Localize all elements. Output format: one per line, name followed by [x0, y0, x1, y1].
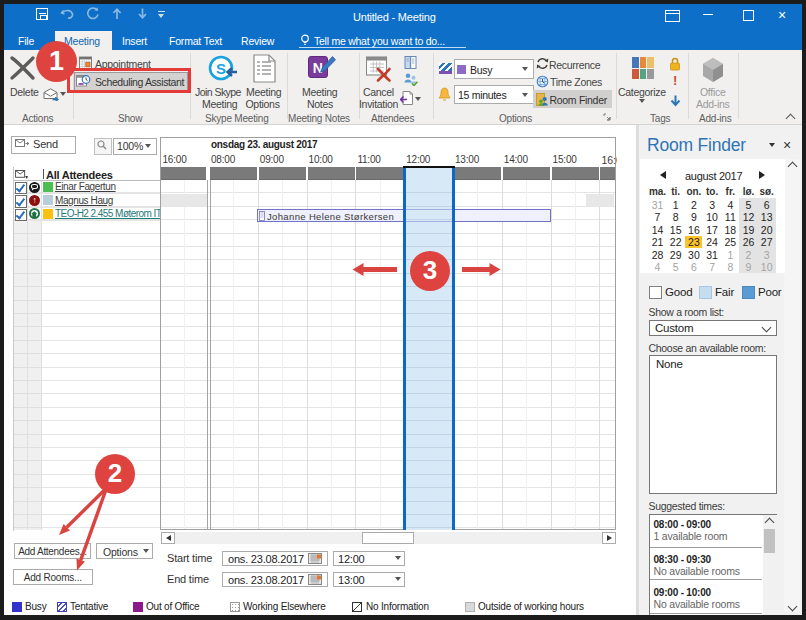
svg-text:S: S	[216, 60, 226, 77]
svg-text:N: N	[313, 60, 323, 76]
